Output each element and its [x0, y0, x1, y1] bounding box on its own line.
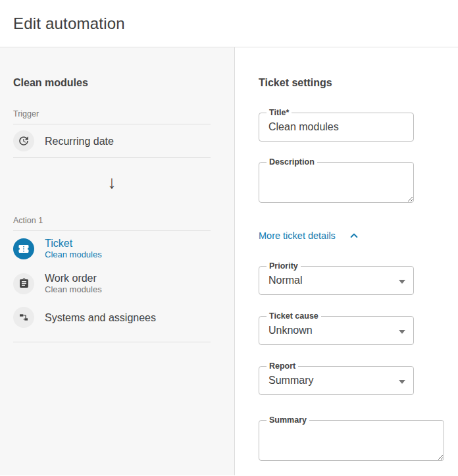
description-textarea[interactable]	[259, 163, 413, 202]
recurring-update-icon	[13, 130, 34, 151]
trigger-item-label: Recurring date	[45, 135, 114, 147]
ticket-icon	[13, 238, 34, 259]
report-select-label: Report	[267, 361, 298, 371]
dropdown-arrow-icon	[399, 330, 405, 334]
dialog-title: Edit automation	[13, 14, 125, 33]
trigger-section-label: Trigger	[13, 109, 211, 124]
flow-connector: ↓	[13, 158, 211, 207]
automation-flow-panel: Clean modules Trigger Recurring date ↓ A…	[0, 47, 235, 475]
action-item-subtitle: Clean modules	[45, 250, 102, 260]
automation-name: Clean modules	[13, 77, 234, 89]
title-field: Title*	[259, 113, 414, 142]
action-section-label: Action 1	[13, 216, 211, 231]
settings-title: Ticket settings	[259, 77, 458, 89]
report-select-value: Summary	[259, 375, 313, 386]
more-ticket-details-label: More ticket details	[259, 230, 336, 241]
trigger-item-recurring-date[interactable]: Recurring date	[13, 124, 211, 157]
ticket-settings-panel: Ticket settings Title* Description More …	[235, 47, 458, 475]
ticket-cause-select-label: Ticket cause	[267, 311, 321, 321]
priority-select[interactable]: Priority Normal	[259, 266, 414, 295]
description-field: Description	[259, 162, 414, 203]
action-item-subtitle: Clean modules	[45, 284, 102, 295]
summary-field-label: Summary	[267, 415, 309, 425]
ticket-cause-select[interactable]: Ticket cause Unknown	[259, 316, 414, 345]
arrow-down-icon: ↓	[107, 172, 116, 192]
dropdown-arrow-icon	[399, 380, 405, 384]
action-item-work-order[interactable]: Work order Clean modules	[13, 266, 211, 301]
action-item-title: Work order	[45, 272, 102, 284]
action-item-title: Ticket	[45, 237, 102, 250]
ticket-cause-select-value: Unknown	[259, 325, 313, 336]
systems-tree-icon	[13, 307, 34, 328]
more-ticket-details-toggle[interactable]: More ticket details	[259, 230, 359, 241]
action-item-systems-assignees[interactable]: Systems and assignees	[13, 301, 211, 334]
priority-select-value: Normal	[259, 275, 303, 286]
description-field-label: Description	[267, 157, 317, 167]
chevron-up-icon	[349, 230, 359, 241]
action-item-ticket[interactable]: Ticket Clean modules	[13, 231, 211, 266]
action-item-title: Systems and assignees	[45, 311, 156, 324]
title-field-label: Title*	[267, 108, 292, 118]
dropdown-arrow-icon	[399, 280, 405, 284]
report-select[interactable]: Report Summary	[259, 366, 414, 395]
work-order-clipboard-icon	[13, 273, 34, 294]
dialog-header: Edit automation	[0, 0, 458, 47]
priority-select-label: Priority	[267, 261, 301, 271]
summary-textarea[interactable]	[259, 421, 444, 460]
summary-field: Summary	[259, 420, 444, 461]
dialog-body: Clean modules Trigger Recurring date ↓ A…	[0, 47, 458, 475]
divider	[13, 342, 211, 342]
